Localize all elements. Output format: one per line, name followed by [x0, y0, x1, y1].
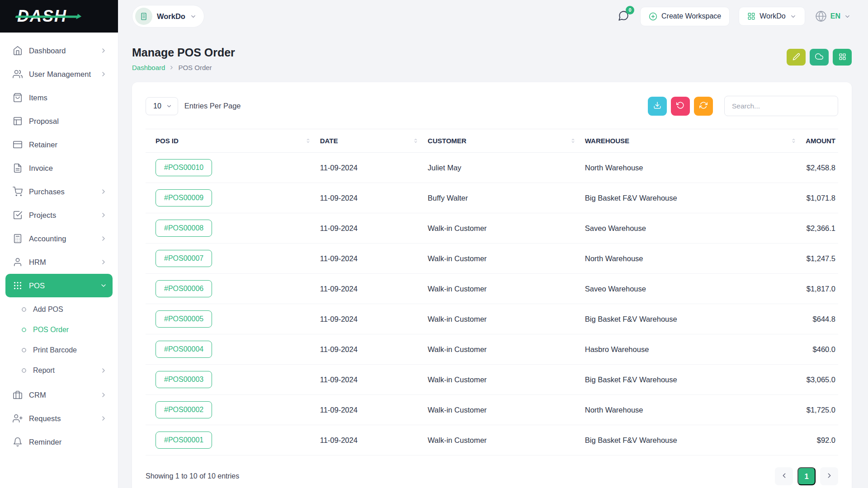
column-header-warehouse[interactable]: WAREHOUSE — [580, 129, 801, 153]
cell-date: 11-09-2024 — [316, 274, 423, 304]
breadcrumb-dashboard-link[interactable]: Dashboard — [132, 64, 165, 71]
table-row: #POS0000911-09-2024Buffy WalterBig Baske… — [146, 183, 838, 213]
entries-per-page-select[interactable]: 10 — [146, 97, 178, 115]
refresh-button[interactable] — [694, 97, 713, 116]
sidebar-subitem-add-pos[interactable]: Add POS — [5, 299, 113, 319]
messages-button[interactable]: 0 — [616, 8, 631, 25]
pos-submenu: Add POS POS Order Print Barcode Report — [5, 297, 113, 383]
entries-summary: Showing 1 to 10 of 10 entries — [146, 472, 239, 480]
credit-card-icon — [13, 140, 23, 150]
pos-id-link[interactable]: #POS00008 — [156, 220, 212, 237]
sidebar-item-requests[interactable]: Requests — [5, 407, 113, 430]
sidebar-item-pos[interactable]: POS — [5, 274, 113, 297]
export-button[interactable] — [648, 97, 667, 116]
column-header-pos-id[interactable]: POS ID — [146, 129, 316, 153]
cell-date: 11-09-2024 — [316, 395, 423, 425]
messages-count-badge: 0 — [626, 6, 634, 14]
table-row: #POS0000711-09-2024Walk-in CustomerNorth… — [146, 244, 838, 274]
sidebar-subitem-print-barcode[interactable]: Print Barcode — [5, 340, 113, 360]
sidebar-subitem-pos-order[interactable]: POS Order — [5, 319, 113, 340]
cell-amount: $92.0 — [801, 425, 838, 455]
cell-customer: Walk-in Customer — [423, 213, 580, 244]
next-page-button[interactable] — [820, 467, 838, 485]
column-header-date[interactable]: DATE — [316, 129, 423, 153]
search-input[interactable] — [724, 96, 838, 116]
cell-date: 11-09-2024 — [316, 365, 423, 395]
page-1-button[interactable]: 1 — [797, 467, 816, 485]
workspace-menu-button[interactable]: WorkDo — [739, 7, 805, 26]
sort-icon — [570, 138, 576, 144]
cell-customer: Juliet May — [423, 153, 580, 183]
chevron-right-icon — [100, 367, 107, 374]
create-workspace-label: Create Workspace — [661, 12, 721, 20]
sidebar-item-invoice[interactable]: Invoice — [5, 156, 113, 180]
calculator-icon — [13, 234, 23, 244]
table-row: #POS0000611-09-2024Walk-in CustomerSaveo… — [146, 274, 838, 304]
user-icon — [13, 257, 23, 267]
table-header-row: POS ID DATE CUSTOMER WAREHOUSE AMOUNT — [146, 129, 838, 153]
cell-customer: Buffy Walter — [423, 183, 580, 213]
pos-id-link[interactable]: #POS00001 — [156, 432, 212, 449]
sidebar-item-reminder[interactable]: Reminder — [5, 430, 113, 454]
sidebar-item-accounting[interactable]: Accounting — [5, 227, 113, 250]
workspace-menu-label: WorkDo — [760, 12, 786, 20]
pos-id-link[interactable]: #POS00004 — [156, 341, 212, 358]
create-workspace-button[interactable]: Create Workspace — [640, 7, 730, 26]
previous-page-button[interactable] — [775, 467, 793, 485]
cell-date: 11-09-2024 — [316, 425, 423, 455]
table-row: #POS0000311-09-2024Walk-in CustomerBig B… — [146, 365, 838, 395]
language-selector[interactable]: EN — [814, 8, 852, 25]
globe-icon — [815, 10, 827, 22]
sidebar-item-user-management[interactable]: User Management — [5, 62, 113, 86]
sidebar-subitem-report[interactable]: Report — [5, 360, 113, 380]
sidebar-item-crm[interactable]: CRM — [5, 383, 113, 407]
circle-icon — [21, 347, 27, 353]
breadcrumb: Dashboard POS Order — [132, 64, 235, 71]
file-text-icon — [13, 163, 23, 173]
chevron-right-icon — [100, 188, 107, 195]
app-logo[interactable]: DASH — [0, 0, 118, 33]
cloud-shortcut-button[interactable] — [810, 49, 829, 66]
pos-id-link[interactable]: #POS00010 — [156, 159, 212, 176]
pos-id-link[interactable]: #POS00006 — [156, 280, 212, 297]
home-icon — [13, 46, 23, 56]
chevron-right-icon — [100, 235, 107, 242]
sidebar-item-items[interactable]: Items — [5, 86, 113, 109]
users-icon — [13, 69, 23, 79]
sidebar-item-dashboard[interactable]: Dashboard — [5, 39, 113, 62]
pos-id-link[interactable]: #POS00009 — [156, 189, 212, 206]
top-header: WorkDo 0 Create Workspace WorkDo EN — [118, 0, 868, 33]
logo-accent — [15, 16, 78, 18]
plus-circle-icon — [649, 12, 657, 21]
pos-id-link[interactable]: #POS00002 — [156, 401, 212, 418]
chevron-right-icon — [100, 415, 107, 422]
sidebar-item-projects[interactable]: Projects — [5, 203, 113, 227]
workspace-switcher[interactable]: WorkDo — [132, 5, 204, 28]
cell-warehouse: Hasbro Warehouse — [580, 334, 801, 365]
pos-id-link[interactable]: #POS00005 — [156, 310, 212, 328]
edit-shortcut-button[interactable] — [787, 49, 806, 66]
cell-warehouse: North Warehouse — [580, 244, 801, 274]
cell-pos-id: #POS00001 — [146, 425, 316, 455]
grid-view-button[interactable] — [833, 49, 852, 66]
sidebar-item-proposal[interactable]: Proposal — [5, 109, 113, 133]
cell-warehouse: Big Basket F&V Warehouse — [580, 365, 801, 395]
grid-icon — [839, 53, 846, 62]
cell-amount: $2,458.8 — [801, 153, 838, 183]
cell-pos-id: #POS00003 — [146, 365, 316, 395]
download-icon — [653, 101, 661, 111]
column-header-customer[interactable]: CUSTOMER — [423, 129, 580, 153]
sidebar-item-purchases[interactable]: Purchases — [5, 180, 113, 203]
undo-button[interactable] — [671, 97, 690, 116]
pos-id-link[interactable]: #POS00007 — [156, 250, 212, 267]
sidebar-item-hrm[interactable]: HRM — [5, 250, 113, 274]
cell-amount: $644.8 — [801, 304, 838, 334]
sidebar-item-retainer[interactable]: Retainer — [5, 133, 113, 156]
pos-id-link[interactable]: #POS00003 — [156, 371, 212, 388]
cell-customer: Walk-in Customer — [423, 425, 580, 455]
cell-pos-id: #POS00004 — [146, 334, 316, 365]
column-header-amount[interactable]: AMOUNT — [801, 129, 838, 153]
sort-icon — [413, 138, 419, 144]
cell-customer: Walk-in Customer — [423, 334, 580, 365]
undo-icon — [676, 101, 684, 111]
